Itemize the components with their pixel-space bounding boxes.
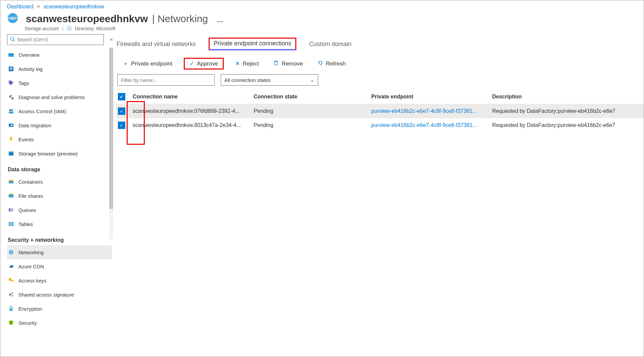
cell-private-endpoint-link[interactable]: purview-eb416b2c-e6e7-4c8f-9ce8-f37381..… xyxy=(371,122,492,128)
svg-rect-38 xyxy=(9,308,13,311)
chevron-down-icon: ⌄ xyxy=(310,77,314,83)
remove-button[interactable]: Remove xyxy=(270,58,306,69)
button-label: Reject xyxy=(243,60,259,67)
cell-description: Requested by DataFactory:purview-eb416b2… xyxy=(492,108,644,114)
row-checkbox[interactable]: ✓ xyxy=(118,107,125,115)
sidebar-search[interactable] xyxy=(7,34,104,45)
sidebar-item-iam[interactable]: Access Control (IAM) xyxy=(7,104,112,118)
sidebar-item-label: Tags xyxy=(18,80,29,86)
svg-rect-21 xyxy=(10,208,12,212)
sidebar-item-migration[interactable]: Data migration xyxy=(7,118,112,132)
svg-line-36 xyxy=(11,294,12,294)
table-row[interactable]: ✓ scanwesteuropeedhnkvw.8013c47a-2e34-4.… xyxy=(116,118,644,132)
sidebar-item-containers[interactable]: Containers xyxy=(7,175,112,189)
plus-icon: ＋ xyxy=(123,60,128,68)
breadcrumb-current[interactable]: scanwesteuropeedhnkvw xyxy=(44,4,104,9)
connections-table: ✓ Connection name Connection state Priva… xyxy=(116,90,644,132)
svg-point-11 xyxy=(11,109,13,111)
button-label: Private endpoint xyxy=(131,60,172,67)
info-icon[interactable]: ⓘ xyxy=(67,26,72,32)
sidebar-scrollbar[interactable] xyxy=(109,48,113,239)
tables-icon xyxy=(8,221,14,227)
sidebar-item-label: Azure CDN xyxy=(18,264,44,269)
sidebar-item-tables[interactable]: Tables xyxy=(7,217,112,231)
approve-button[interactable]: ✓Approve xyxy=(184,58,224,70)
sidebar-item-label: Events xyxy=(18,137,34,142)
add-private-endpoint-button[interactable]: ＋Private endpoint xyxy=(119,58,176,70)
svg-rect-22 xyxy=(12,208,13,212)
tab-custom-domain[interactable]: Custom domain xyxy=(308,39,352,49)
col-connection-state[interactable]: Connection state xyxy=(254,94,371,100)
filter-by-name-input[interactable] xyxy=(117,74,215,86)
sidebar-group-data-storage: Data storage xyxy=(7,161,112,175)
tab-private-endpoint-connections[interactable]: Private endpoint connections xyxy=(209,38,296,50)
sidebar-item-activity-log[interactable]: Activity log xyxy=(7,62,112,76)
search-icon xyxy=(10,37,15,43)
migration-icon xyxy=(8,122,14,128)
sidebar-item-sas[interactable]: Shared access signature xyxy=(7,287,112,302)
connection-state-dropdown[interactable]: All connection states ⌄ xyxy=(221,74,318,86)
sidebar-item-security[interactable]: Security xyxy=(7,316,112,330)
sidebar-item-access-keys[interactable]: Access keys xyxy=(7,273,112,287)
events-icon xyxy=(8,136,14,142)
queues-icon xyxy=(8,207,14,213)
sidebar-search-input[interactable] xyxy=(17,37,101,42)
breadcrumb: Dashboard > scanwesteuropeedhnkvw xyxy=(0,0,644,10)
sidebar-item-label: Storage browser (preview) xyxy=(18,151,78,157)
svg-rect-15 xyxy=(9,151,13,152)
sidebar-item-diagnose[interactable]: Diagnose and solve problems xyxy=(7,90,112,104)
sidebar-item-tags[interactable]: Tags xyxy=(7,76,112,90)
svg-point-10 xyxy=(9,109,11,111)
security-icon xyxy=(8,320,14,326)
svg-point-9 xyxy=(11,97,13,99)
table-row[interactable]: ✓ scanwesteuropeedhnkvw.076fd869-2392-4.… xyxy=(116,104,644,118)
sidebar-item-label: Access keys xyxy=(18,278,46,283)
more-actions-icon[interactable]: … xyxy=(211,16,224,24)
sidebar-item-encryption[interactable]: Encryption xyxy=(7,302,112,316)
reject-button[interactable]: ✕Reject xyxy=(232,58,262,69)
cell-connection-name: scanwesteuropeedhnkvw.076fd869-2392-4... xyxy=(133,108,254,114)
resource-type: Storage account xyxy=(25,26,59,31)
sidebar-item-label: Security xyxy=(18,320,37,326)
access-keys-icon xyxy=(8,277,14,283)
col-connection-name[interactable]: Connection name xyxy=(133,94,254,100)
col-private-endpoint[interactable]: Private endpoint xyxy=(371,94,492,100)
sidebar-item-cdn[interactable]: Azure CDN xyxy=(7,259,112,273)
row-checkbox[interactable]: ✓ xyxy=(118,122,125,129)
activity-log-icon xyxy=(8,66,14,72)
button-label: Approve xyxy=(197,60,218,67)
resource-name: scanwesteuropeedhnkvw xyxy=(26,13,148,24)
svg-line-37 xyxy=(11,295,12,296)
svg-rect-20 xyxy=(9,208,10,212)
page-header: scanwesteuropeedhnkvw | Networking … xyxy=(0,10,644,25)
breadcrumb-root[interactable]: Dashboard xyxy=(7,4,33,9)
sidebar-item-file-shares[interactable]: File shares xyxy=(7,189,112,203)
sidebar-item-queues[interactable]: Queues xyxy=(7,203,112,217)
networking-icon xyxy=(8,249,14,255)
cell-private-endpoint-link[interactable]: purview-eb416b2c-e6e7-4c8f-9ce8-f37381..… xyxy=(371,108,492,114)
overview-icon xyxy=(8,52,14,58)
cell-description: Requested by DataFactory:purview-eb416b2… xyxy=(492,122,644,128)
sidebar-scrollbar-thumb[interactable] xyxy=(109,48,113,209)
svg-rect-39 xyxy=(275,61,277,65)
dropdown-selected: All connection states xyxy=(224,77,271,83)
cdn-icon xyxy=(8,263,14,269)
sidebar-item-events[interactable]: Events xyxy=(7,132,112,146)
sidebar-collapse-icon[interactable]: « xyxy=(110,36,113,42)
sidebar-item-label: Diagnose and solve problems xyxy=(18,94,85,100)
sidebar-item-overview[interactable]: Overview xyxy=(7,48,112,62)
select-all-checkbox[interactable]: ✓ xyxy=(118,93,125,100)
check-icon: ✓ xyxy=(189,60,194,67)
sidebar-item-networking[interactable]: Networking xyxy=(7,245,112,259)
sidebar-item-storage-browser[interactable]: Storage browser (preview) xyxy=(7,146,112,161)
storage-account-icon xyxy=(7,12,18,25)
sidebar-item-label: Queues xyxy=(18,207,36,213)
cell-connection-state: Pending xyxy=(254,108,371,114)
directory-label: Directory: Microsoft xyxy=(75,26,116,31)
sidebar-group-security-networking: Security + networking xyxy=(7,231,112,245)
svg-point-2 xyxy=(11,37,14,40)
refresh-button[interactable]: Refresh xyxy=(314,58,349,69)
col-description[interactable]: Description xyxy=(492,94,644,100)
svg-rect-5 xyxy=(8,53,14,54)
tab-firewalls[interactable]: Firewalls and virtual networks xyxy=(116,39,197,49)
